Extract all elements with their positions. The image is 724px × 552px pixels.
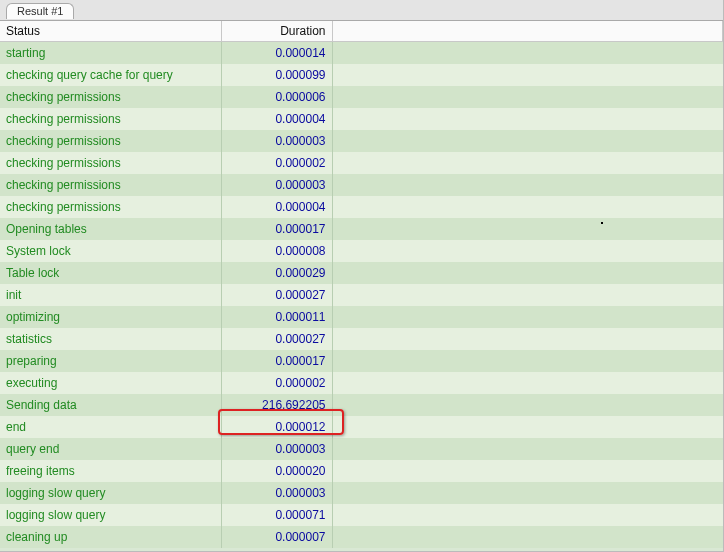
cell-duration: 0.000017	[221, 218, 332, 240]
result-window: Result #1 Status Duration starting0.0000…	[0, 0, 724, 552]
cell-filler	[332, 240, 723, 262]
cell-filler	[332, 108, 723, 130]
cell-duration: 0.000008	[221, 240, 332, 262]
cell-filler	[332, 130, 723, 152]
col-header-duration[interactable]: Duration	[221, 21, 332, 42]
cell-status: Sending data	[0, 394, 221, 416]
cell-status: logging slow query	[0, 482, 221, 504]
table-row[interactable]: starting0.000014	[0, 42, 723, 64]
cell-filler	[332, 482, 723, 504]
table-row[interactable]: Opening tables0.000017	[0, 218, 723, 240]
cell-duration: 0.000003	[221, 438, 332, 460]
cell-status: checking query cache for query	[0, 64, 221, 86]
cell-status: checking permissions	[0, 108, 221, 130]
cell-status: preparing	[0, 350, 221, 372]
table-row[interactable]: statistics0.000027	[0, 328, 723, 350]
cell-status: query end	[0, 438, 221, 460]
table-row[interactable]: executing0.000002	[0, 372, 723, 394]
cell-status: Opening tables	[0, 218, 221, 240]
cell-status: checking permissions	[0, 86, 221, 108]
cell-duration: 0.000006	[221, 86, 332, 108]
col-header-status[interactable]: Status	[0, 21, 221, 42]
cell-duration: 0.000004	[221, 108, 332, 130]
cell-status: logging slow query	[0, 504, 221, 526]
table-row[interactable]: checking permissions0.000003	[0, 130, 723, 152]
cell-filler	[332, 460, 723, 482]
header-row: Status Duration	[0, 21, 723, 42]
table-row[interactable]: preparing0.000017	[0, 350, 723, 372]
cell-filler	[332, 438, 723, 460]
cell-duration: 0.000020	[221, 460, 332, 482]
cell-duration: 0.000002	[221, 372, 332, 394]
cell-status: checking permissions	[0, 196, 221, 218]
table-row[interactable]: end0.000012	[0, 416, 723, 438]
cell-duration: 0.000099	[221, 64, 332, 86]
table-row[interactable]: logging slow query0.000071	[0, 504, 723, 526]
table-row[interactable]: init0.000027	[0, 284, 723, 306]
table-row[interactable]: checking permissions0.000004	[0, 108, 723, 130]
cell-filler	[332, 174, 723, 196]
cell-status: System lock	[0, 240, 221, 262]
cell-filler	[332, 328, 723, 350]
cell-duration: 0.000012	[221, 416, 332, 438]
cell-duration: 0.000017	[221, 350, 332, 372]
table-row[interactable]: Table lock0.000029	[0, 262, 723, 284]
cell-filler	[332, 284, 723, 306]
table-row[interactable]: checking permissions0.000006	[0, 86, 723, 108]
cell-filler	[332, 218, 723, 240]
cell-status: optimizing	[0, 306, 221, 328]
cell-duration: 0.000003	[221, 482, 332, 504]
cell-status: executing	[0, 372, 221, 394]
table-row[interactable]: query end0.000003	[0, 438, 723, 460]
col-header-filler	[332, 21, 723, 42]
cell-duration: 0.000004	[221, 196, 332, 218]
table-row[interactable]: optimizing0.000011	[0, 306, 723, 328]
cell-status: statistics	[0, 328, 221, 350]
table-row[interactable]: checking permissions0.000004	[0, 196, 723, 218]
cell-duration: 0.000011	[221, 306, 332, 328]
cell-filler	[332, 86, 723, 108]
cell-filler	[332, 504, 723, 526]
table-row[interactable]: cleaning up0.000007	[0, 526, 723, 548]
cell-status: end	[0, 416, 221, 438]
table-row[interactable]: freeing items0.000020	[0, 460, 723, 482]
cell-duration: 0.000014	[221, 42, 332, 64]
cell-filler	[332, 416, 723, 438]
result-grid[interactable]: Status Duration starting0.000014checking…	[0, 20, 723, 551]
table-row[interactable]: logging slow query0.000003	[0, 482, 723, 504]
cell-filler	[332, 152, 723, 174]
cell-filler	[332, 64, 723, 86]
table-row[interactable]: checking permissions0.000003	[0, 174, 723, 196]
table-row[interactable]: checking query cache for query0.000099	[0, 64, 723, 86]
cell-duration: 0.000003	[221, 174, 332, 196]
tab-result-1[interactable]: Result #1	[6, 3, 74, 19]
tab-bar: Result #1	[0, 0, 723, 20]
cell-duration: 0.000027	[221, 284, 332, 306]
cell-status: checking permissions	[0, 174, 221, 196]
cell-duration: 0.000027	[221, 328, 332, 350]
cell-filler	[332, 372, 723, 394]
cell-filler	[332, 262, 723, 284]
table-row[interactable]: checking permissions0.000002	[0, 152, 723, 174]
cell-filler	[332, 42, 723, 64]
result-table: Status Duration starting0.000014checking…	[0, 21, 723, 548]
cell-filler	[332, 526, 723, 548]
cell-duration: 0.000029	[221, 262, 332, 284]
cell-duration: 0.000007	[221, 526, 332, 548]
cell-status: checking permissions	[0, 130, 221, 152]
table-row[interactable]: Sending data216.692205	[0, 394, 723, 416]
cell-status: init	[0, 284, 221, 306]
cell-duration: 216.692205	[221, 394, 332, 416]
cell-filler	[332, 306, 723, 328]
cell-status: cleaning up	[0, 526, 221, 548]
cell-filler	[332, 196, 723, 218]
cell-status: checking permissions	[0, 152, 221, 174]
cell-duration: 0.000003	[221, 130, 332, 152]
cell-duration: 0.000071	[221, 504, 332, 526]
cell-filler	[332, 350, 723, 372]
cell-duration: 0.000002	[221, 152, 332, 174]
cell-filler	[332, 394, 723, 416]
table-row[interactable]: System lock0.000008	[0, 240, 723, 262]
cell-status: starting	[0, 42, 221, 64]
cell-status: freeing items	[0, 460, 221, 482]
